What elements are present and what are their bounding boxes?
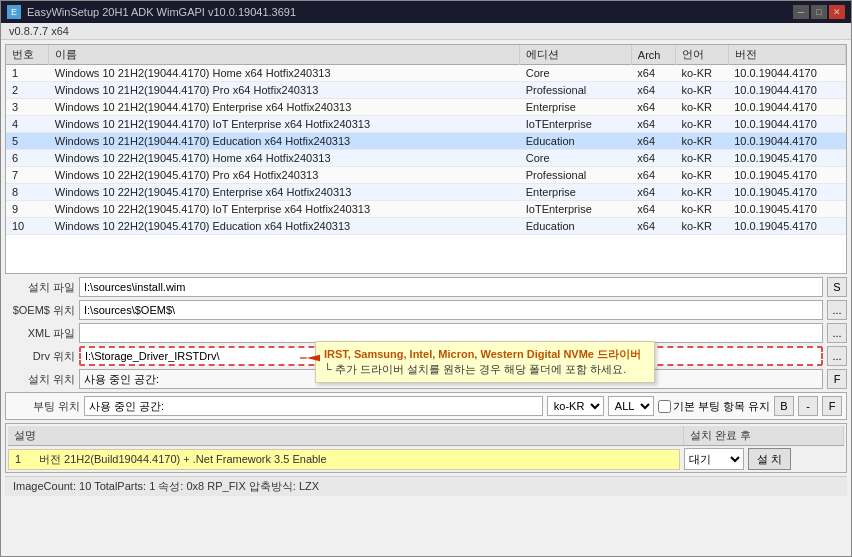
image-table-container[interactable]: 번호 이름 에디션 Arch 언어 버전 1 Windows 10 21H2(1… (5, 44, 847, 274)
cell-name: Windows 10 21H2(19044.4170) IoT Enterpri… (49, 116, 520, 133)
cell-edition: Enterprise (520, 99, 632, 116)
col-ver: 버전 (728, 45, 845, 65)
boot-checkbox[interactable] (658, 400, 671, 413)
cell-num: 6 (6, 150, 49, 167)
minimize-button[interactable]: ─ (793, 5, 809, 19)
cell-ver: 10.0.19044.4170 (728, 133, 845, 150)
table-body: 1 Windows 10 21H2(19044.4170) Home x64 H… (6, 65, 846, 235)
table-row[interactable]: 1 Windows 10 21H2(19044.4170) Home x64 H… (6, 65, 846, 82)
image-table: 번호 이름 에디션 Arch 언어 버전 1 Windows 10 21H2(1… (6, 45, 846, 235)
install-pos-f-button[interactable]: F (827, 369, 847, 389)
cell-edition: Enterprise (520, 184, 632, 201)
setup-header: 설명 설치 완료 후 (8, 426, 844, 446)
cell-lang: ko-KR (675, 218, 728, 235)
cell-num: 8 (6, 184, 49, 201)
cell-num: 5 (6, 133, 49, 150)
cell-lang: ko-KR (675, 65, 728, 82)
oem-button[interactable]: ... (827, 300, 847, 320)
boot-checkbox-label: 기본 부팅 항목 유지 (658, 399, 770, 414)
cell-edition: Professional (520, 167, 632, 184)
setup-row-text: 버전 21H2(Build19044.4170) + .Net Framewor… (39, 452, 673, 467)
table-row[interactable]: 3 Windows 10 21H2(19044.4170) Enterprise… (6, 99, 846, 116)
install-after-select[interactable]: 대기 (684, 448, 744, 470)
oem-input[interactable] (79, 300, 823, 320)
table-row[interactable]: 10 Windows 10 22H2(19045.4170) Education… (6, 218, 846, 235)
main-content: 번호 이름 에디션 Arch 언어 버전 1 Windows 10 21H2(1… (1, 40, 851, 556)
setup-row: 1 버전 21H2(Build19044.4170) + .Net Framew… (8, 449, 680, 470)
col-edition: 에디션 (520, 45, 632, 65)
cell-num: 3 (6, 99, 49, 116)
table-row[interactable]: 2 Windows 10 21H2(19044.4170) Pro x64 Ho… (6, 82, 846, 99)
tooltip-arrow (300, 352, 320, 364)
tooltip-box: IRST, Samsung, Intel, Micron, Western Di… (315, 341, 655, 383)
boot-minus-button[interactable]: - (798, 396, 818, 416)
install-file-button[interactable]: S (827, 277, 847, 297)
drv-label: Drv 위치 (5, 349, 75, 364)
cell-name: Windows 10 22H2(19045.4170) Education x6… (49, 218, 520, 235)
cell-lang: ko-KR (675, 133, 728, 150)
boot-label: 부팅 위치 (10, 399, 80, 414)
window-controls: ─ □ ✕ (793, 5, 845, 19)
boot-b-button[interactable]: B (774, 396, 794, 416)
cell-name: Windows 10 22H2(19045.4170) Home x64 Hot… (49, 150, 520, 167)
cell-edition: Core (520, 150, 632, 167)
cell-lang: ko-KR (675, 184, 728, 201)
cell-num: 4 (6, 116, 49, 133)
install-file-input[interactable] (79, 277, 823, 297)
cell-name: Windows 10 21H2(19044.4170) Home x64 Hot… (49, 65, 520, 82)
cell-edition: Core (520, 65, 632, 82)
boot-checkbox-text: 기본 부팅 항목 유지 (673, 399, 770, 414)
cell-ver: 10.0.19045.4170 (728, 150, 845, 167)
cell-num: 10 (6, 218, 49, 235)
boot-lang-select[interactable]: ko-KR (547, 396, 604, 416)
cell-name: Windows 10 22H2(19045.4170) Pro x64 Hotf… (49, 167, 520, 184)
cell-ver: 10.0.19044.4170 (728, 65, 845, 82)
cell-ver: 10.0.19044.4170 (728, 82, 845, 99)
cell-arch: x64 (631, 65, 675, 82)
maximize-button[interactable]: □ (811, 5, 827, 19)
version-bar: v0.8.7.7 x64 (1, 23, 851, 40)
table-row[interactable]: 7 Windows 10 22H2(19045.4170) Pro x64 Ho… (6, 167, 846, 184)
xml-button[interactable]: ... (827, 323, 847, 343)
cell-ver: 10.0.19044.4170 (728, 116, 845, 133)
xml-label: XML 파일 (5, 326, 75, 341)
cell-edition: Education (520, 218, 632, 235)
table-row[interactable]: 9 Windows 10 22H2(19045.4170) IoT Enterp… (6, 201, 846, 218)
cell-edition: IoTEnterprise (520, 201, 632, 218)
cell-lang: ko-KR (675, 82, 728, 99)
cell-num: 1 (6, 65, 49, 82)
install-button[interactable]: 설 치 (748, 448, 791, 470)
boot-section: 부팅 위치 ko-KR ALL 기본 부팅 항목 유지 B - F (5, 392, 847, 420)
col-name: 이름 (49, 45, 520, 65)
title-text: EasyWinSetup 20H1 ADK WimGAPI v10.0.1904… (27, 6, 296, 18)
main-window: E EasyWinSetup 20H1 ADK WimGAPI v10.0.19… (0, 0, 852, 557)
cell-ver: 10.0.19045.4170 (728, 167, 845, 184)
close-button[interactable]: ✕ (829, 5, 845, 19)
version-text: v0.8.7.7 x64 (9, 25, 69, 37)
cell-lang: ko-KR (675, 99, 728, 116)
table-row[interactable]: 5 Windows 10 21H2(19044.4170) Education … (6, 133, 846, 150)
boot-f-button[interactable]: F (822, 396, 842, 416)
cell-name: Windows 10 22H2(19045.4170) Enterprise x… (49, 184, 520, 201)
cell-name: Windows 10 21H2(19044.4170) Education x6… (49, 133, 520, 150)
boot-all-select[interactable]: ALL (608, 396, 654, 416)
setup-col2: 설치 완료 후 (684, 426, 844, 445)
cell-arch: x64 (631, 116, 675, 133)
table-row[interactable]: 8 Windows 10 22H2(19045.4170) Enterprise… (6, 184, 846, 201)
boot-input[interactable] (84, 396, 543, 416)
cell-ver: 10.0.19044.4170 (728, 99, 845, 116)
cell-lang: ko-KR (675, 150, 728, 167)
xml-row: XML 파일 ... (5, 323, 847, 343)
cell-arch: x64 (631, 167, 675, 184)
table-row[interactable]: 4 Windows 10 21H2(19044.4170) IoT Enterp… (6, 116, 846, 133)
cell-arch: x64 (631, 184, 675, 201)
table-row[interactable]: 6 Windows 10 22H2(19045.4170) Home x64 H… (6, 150, 846, 167)
col-arch: Arch (631, 45, 675, 65)
drv-button[interactable]: ... (827, 346, 847, 366)
cell-name: Windows 10 21H2(19044.4170) Enterprise x… (49, 99, 520, 116)
cell-edition: Education (520, 133, 632, 150)
xml-input[interactable] (79, 323, 823, 343)
cell-name: Windows 10 21H2(19044.4170) Pro x64 Hotf… (49, 82, 520, 99)
app-icon: E (7, 5, 21, 19)
setup-section: 설명 설치 완료 후 1 버전 21H2(Build19044.4170) + … (5, 423, 847, 473)
